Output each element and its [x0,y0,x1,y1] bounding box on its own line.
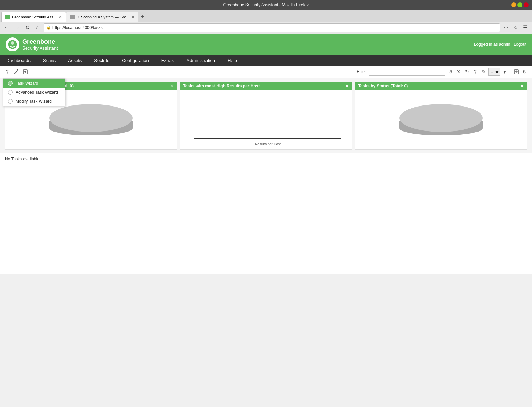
home-button[interactable]: ⌂ [33,23,42,32]
filter-buttons: ↺ ✕ ↻ ? ✎ -- ▼ [447,68,508,76]
nav-help[interactable]: Help [221,55,243,66]
chart-status-body [355,90,527,149]
brand-sub: Security Assistant [22,45,58,51]
new-tab-button[interactable]: + [138,12,146,22]
browser-title: Greenbone Security Assistant - Mozilla F… [223,2,309,7]
filter-dropdown-button[interactable]: ▼ [501,68,508,76]
tab-2-close[interactable]: ✕ [131,15,135,19]
filter-help-button[interactable]: ? [472,68,479,76]
wizard-button[interactable] [12,68,20,76]
pie-top [49,104,133,132]
reload-tasks-button[interactable]: ↻ [521,68,529,76]
menu-button[interactable]: ☰ [521,23,530,32]
no-tasks-message: No Tasks available [0,153,532,165]
nav-secinfo[interactable]: SecInfo [88,55,116,66]
address-input[interactable] [52,25,498,30]
wizard-dropdown: Task Wizard Advanced Task Wizard Modify … [3,78,65,106]
maximize-button[interactable] [517,2,522,7]
chart-high-results-body: Results per Host [180,90,352,149]
filter-reset-button[interactable]: ↺ [447,68,454,76]
page-content: Greenbone Security Assistant Logged in a… [0,34,532,407]
svg-point-1 [11,41,14,45]
filter-input[interactable] [369,68,445,76]
back-button[interactable]: ← [2,23,11,32]
address-bar-container: 🔒 [44,23,500,32]
tab-1-close[interactable]: ✕ [59,15,62,19]
toolbar-right: ↻ [513,68,529,76]
pie-status-top [399,104,483,132]
bullet-icon-2 [8,90,13,95]
nav-configuration[interactable]: Configuration [116,55,155,66]
nav-administration[interactable]: Administration [180,55,221,66]
app-logo: Greenbone Security Assistant [6,37,58,51]
chart-high-results-title: Tasks with most High Results per Host [183,84,260,88]
task-wizard-item[interactable]: Task Wizard [3,79,65,88]
chart-status-title: Tasks by Status (Total: 0) [358,84,408,88]
tab-1-favicon [5,15,10,19]
nav-assets[interactable]: Assets [62,55,88,66]
tab-1[interactable]: Greenbone Security Ass... ✕ [1,12,66,22]
bar-chart-xlabel: Results per Host [255,142,281,146]
secure-icon: 🔒 [46,25,51,30]
filter-refresh-button[interactable]: ↻ [463,68,471,76]
chart-high-results: Tasks with most High Results per Host ✕ … [180,82,352,150]
logged-in-text: Logged in as [474,42,498,47]
forward-button[interactable]: → [12,23,22,32]
reload-button[interactable]: ↻ [23,23,32,32]
window-controls [511,2,529,7]
minimize-button[interactable] [511,2,516,7]
filter-label: Filter [357,69,368,74]
tab-1-label: Greenbone Security Ass... [12,15,57,19]
greenbone-logo-svg [7,39,18,50]
pie-chart-status [392,97,490,142]
brand-name: Greenbone [22,38,58,45]
charts-row: Tasks by Severity Class (Total: 0) ✕ [0,78,532,153]
chart-status-header: Tasks by Status (Total: 0) ✕ [355,82,527,90]
chart-high-results-header: Tasks with most High Results per Host ✕ [180,82,352,90]
browser-navbar: ← → ↻ ⌂ 🔒 ··· ☆ ☰ [0,22,532,34]
chart-status: Tasks by Status (Total: 0) ✕ [355,82,527,150]
user-info: Logged in as admin | Logout [474,42,526,47]
bookmark-button[interactable]: ☆ [511,23,520,32]
nav-dashboards[interactable]: Dashboards [0,55,37,66]
chart-status-close[interactable]: ✕ [520,83,524,89]
logo-icon [6,37,19,51]
advanced-task-wizard-item[interactable]: Advanced Task Wizard [3,88,65,97]
extensions-button[interactable]: ··· [501,23,510,32]
logout-link[interactable]: Logout [514,42,526,47]
tab-2[interactable]: 9. Scanning a System — Gre... ✕ [66,12,139,22]
new-task-button[interactable] [22,68,29,76]
chart-high-results-close[interactable]: ✕ [345,83,349,89]
nav-scans[interactable]: Scans [37,55,62,66]
task-wizard-label: Task Wizard [16,81,38,86]
logo-text: Greenbone Security Assistant [22,38,58,51]
filter-select[interactable]: -- [488,68,500,76]
nav-extras[interactable]: Extras [155,55,180,66]
help-button[interactable]: ? [3,68,11,76]
export-button[interactable] [513,68,520,76]
toolbar-row: ? [0,66,532,78]
modify-task-wizard-item[interactable]: Modify Task Wizard [3,97,65,106]
advanced-task-wizard-label: Advanced Task Wizard [16,90,58,95]
export-icon [514,69,519,75]
bullet-icon [8,81,13,86]
svg-line-2 [14,71,17,74]
bar-chart-area: Results per Host [194,97,341,139]
user-link[interactable]: admin [499,42,510,47]
bullet-icon-3 [8,99,13,104]
filter-edit-button[interactable]: ✎ [480,68,488,76]
browser-tabbar: Greenbone Security Ass... ✕ 9. Scanning … [0,10,532,22]
bar-chart-axes: Results per Host [194,97,341,139]
wand-icon [14,69,19,75]
main-nav: Dashboards Scans Assets SecInfo Configur… [0,55,532,66]
filter-clear-button[interactable]: ✕ [455,68,463,76]
tab-2-label: 9. Scanning a System — Gre... [77,15,129,19]
browser-window: Greenbone Security Assistant - Mozilla F… [0,0,532,407]
close-button[interactable] [524,2,529,7]
content-area: ? [0,66,532,274]
no-tasks-text: No Tasks available [5,156,40,161]
new-icon [23,69,28,75]
nav-extra-buttons: ··· ☆ ☰ [501,23,530,32]
chart-severity-close[interactable]: ✕ [170,83,174,89]
tab-2-favicon [70,15,75,19]
